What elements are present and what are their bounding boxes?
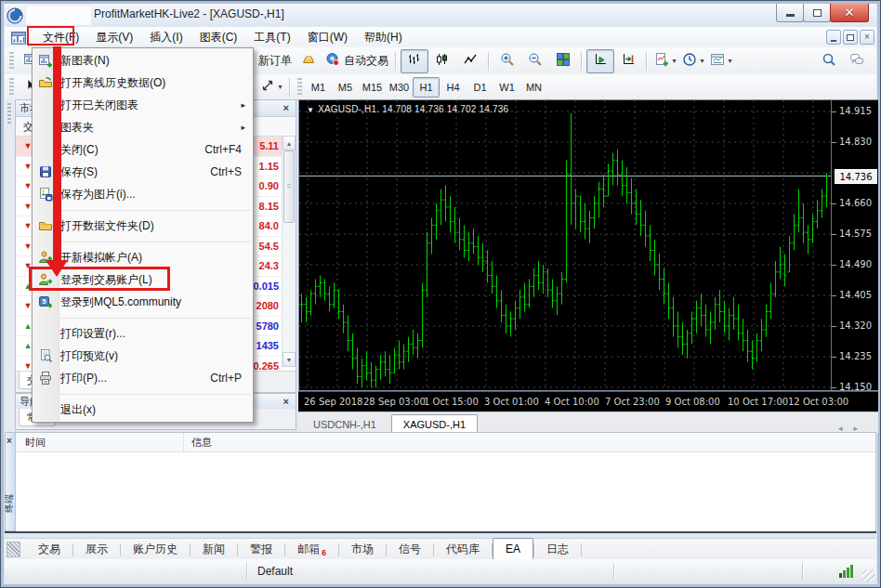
market-watch-scrollbar[interactable]: ▲ ▼: [282, 136, 296, 367]
timeframe-H4[interactable]: H4: [440, 77, 467, 98]
mdi-restore-button[interactable]: [843, 30, 858, 45]
bottom-tab-展示[interactable]: 展示: [73, 540, 120, 559]
file-menu-item-新图表N[interactable]: 新图表(N): [33, 49, 253, 72]
chart-dropdown-icon[interactable]: ▼: [307, 106, 314, 114]
tile-windows-button[interactable]: [549, 49, 577, 73]
market-watch-close-icon[interactable]: ×: [281, 103, 292, 113]
menu-工具(T)[interactable]: 工具(T): [245, 28, 298, 46]
zoom-out-icon: [528, 52, 543, 71]
message-column-header[interactable]: 信息: [184, 436, 212, 450]
timeframe-M15[interactable]: M15: [359, 77, 386, 98]
file-menu-item-打印设置r[interactable]: 打印设置(r)...: [33, 322, 253, 345]
price-axis[interactable]: 14.91514.83014.66014.57514.49014.40514.3…: [831, 100, 878, 390]
bottom-tab-新闻[interactable]: 新闻: [191, 540, 237, 559]
dropdown-caret-icon[interactable]: ▾: [700, 57, 703, 65]
timeframe-M30[interactable]: M30: [386, 77, 413, 98]
bar-chart-mode-button[interactable]: [401, 49, 428, 73]
time-column-header[interactable]: 时间: [16, 433, 184, 451]
periods-button[interactable]: ▾: [679, 49, 707, 73]
autotrading-button[interactable]: 自动交易: [322, 49, 391, 73]
file-menu-item-退出x[interactable]: 退出(x): [33, 399, 253, 421]
bottom-tab-邮箱[interactable]: 邮箱6: [285, 540, 338, 559]
chart-window[interactable]: ▼XAGUSD-,H1. 14.708 14.736 14.702 14.736…: [298, 99, 878, 391]
file-menu-item-登录到MQL5community[interactable]: 5登录到MQL5.community: [33, 291, 253, 313]
chart-tab-XAGUSD-,H1[interactable]: XAGUSD-,H1: [391, 414, 478, 434]
dropdown-caret-icon[interactable]: ▾: [728, 57, 731, 65]
scrollbar-thumb[interactable]: [283, 150, 295, 223]
menu-显示(V)[interactable]: 显示(V): [87, 28, 141, 46]
mdi-minimize-button[interactable]: [826, 30, 841, 45]
minimize-button[interactable]: [776, 4, 804, 22]
bottom-tab-交易[interactable]: 交易: [26, 540, 72, 559]
file-menu-item-开新模拟帐户A[interactable]: 开新模拟帐户(A): [33, 246, 253, 268]
menu-图表(C)[interactable]: 图表(C): [191, 28, 246, 46]
bottom-tab-信号[interactable]: 信号: [387, 540, 433, 559]
tab-label: 日志: [546, 542, 569, 557]
search-button[interactable]: [815, 49, 843, 73]
navigator-close-icon[interactable]: ×: [281, 397, 292, 407]
zoom-in-button[interactable]: [493, 49, 521, 73]
auto-scroll-button[interactable]: [586, 49, 614, 73]
scroll-up-icon[interactable]: ▲: [283, 136, 296, 150]
profile-selector[interactable]: Default: [257, 565, 293, 578]
indicators-button[interactable]: ▾: [651, 49, 679, 73]
file-menu-item-保存S[interactable]: 保存(S)Ctrl+S: [33, 161, 253, 183]
timeframe-MN[interactable]: MN: [520, 77, 547, 98]
new-order-button-label: 新订单: [258, 53, 292, 69]
terminal-close-icon[interactable]: ×: [7, 436, 12, 446]
file-menu-item-打开已关闭图表[interactable]: 打开已关闭图表▸: [33, 94, 253, 116]
chat-button[interactable]: [843, 49, 871, 73]
file-menu-item-保存为图片i[interactable]: 保存为图片(i)...: [33, 183, 253, 205]
gold-ingot-button[interactable]: [295, 49, 322, 73]
file-menu-item-登录到交易账户L[interactable]: 登录到交易账户(L): [33, 268, 253, 291]
mdi-close-button[interactable]: ×: [860, 30, 874, 45]
zoom-out-button[interactable]: [521, 49, 549, 73]
bottom-tab-警报[interactable]: 警报: [238, 540, 284, 559]
line-chart-mode-button[interactable]: [456, 49, 484, 73]
candlestick-mode-icon: [435, 52, 450, 71]
timeframe-D1[interactable]: D1: [467, 77, 493, 98]
terminal-body[interactable]: [16, 452, 875, 531]
time-axis[interactable]: 26 Sep 201828 Sep 03:001 Oct 15:003 Oct …: [298, 391, 878, 412]
current-price-box: 14.736: [835, 169, 877, 184]
bottom-tab-市场[interactable]: 市场: [339, 540, 386, 559]
chart-canvas[interactable]: [299, 100, 831, 390]
tab-label: 代码库: [446, 542, 480, 557]
styler-button[interactable]: ▾: [257, 75, 285, 99]
bottom-tab-日志[interactable]: 日志: [534, 540, 581, 559]
templates-button[interactable]: ▾: [707, 49, 735, 73]
bottom-tab-代码库[interactable]: 代码库: [434, 540, 492, 559]
menu-文件(F)[interactable]: 文件(F): [34, 28, 87, 46]
candlestick-mode-button[interactable]: [428, 49, 456, 73]
file-menu-item-打印预览v[interactable]: 打印预览(v): [33, 345, 253, 367]
menu-窗口(W)[interactable]: 窗口(W): [299, 28, 356, 46]
time-tick: 1 Oct 15:00: [424, 397, 479, 407]
timeframe-W1[interactable]: W1: [493, 77, 520, 98]
tab-label: 交易: [38, 542, 60, 557]
resize-grip[interactable]: [862, 569, 874, 581]
menu-插入(I)[interactable]: 插入(I): [141, 28, 191, 46]
file-menu-item-图表夹[interactable]: 图表夹▸: [33, 116, 253, 138]
scroll-down-icon[interactable]: ▼: [283, 352, 296, 367]
file-menu-item-关闭C[interactable]: 关闭(C)Ctrl+F4: [33, 138, 253, 161]
bottom-tab-账户历史[interactable]: 账户历史: [121, 540, 190, 559]
chart-shift-button[interactable]: [614, 49, 642, 73]
toolbar-grip[interactable]: [9, 52, 14, 71]
file-menu-item-打开数据文件夹D[interactable]: 打开数据文件夹(D): [33, 215, 253, 237]
timeframe-M5[interactable]: M5: [332, 77, 359, 98]
close-button[interactable]: ✕: [830, 4, 869, 22]
file-menu-item-打开离线历史数据O[interactable]: 打开离线历史数据(O): [33, 72, 253, 94]
chart-ohlc-header: ▼XAGUSD-,H1. 14.708 14.736 14.702 14.736: [307, 104, 508, 114]
chart-tab-USDCNH-,H1[interactable]: USDCNH-,H1: [302, 415, 388, 433]
timeframe-H1[interactable]: H1: [413, 77, 440, 98]
toolbar-grip[interactable]: [297, 78, 302, 97]
bottom-tab-EA[interactable]: EA: [493, 538, 533, 560]
timeframe-M1[interactable]: M1: [305, 77, 332, 98]
restore-button[interactable]: [803, 4, 831, 22]
terminal-grip-icon[interactable]: [7, 542, 20, 557]
dropdown-caret-icon[interactable]: ▾: [672, 57, 676, 65]
menu-帮助(H)[interactable]: 帮助(H): [356, 28, 411, 46]
toolbar-grip[interactable]: [9, 78, 14, 97]
file-menu-item-打印P[interactable]: 打印(P)...Ctrl+P: [33, 367, 253, 389]
menu-item-label: 登录到交易账户(L): [60, 272, 152, 288]
